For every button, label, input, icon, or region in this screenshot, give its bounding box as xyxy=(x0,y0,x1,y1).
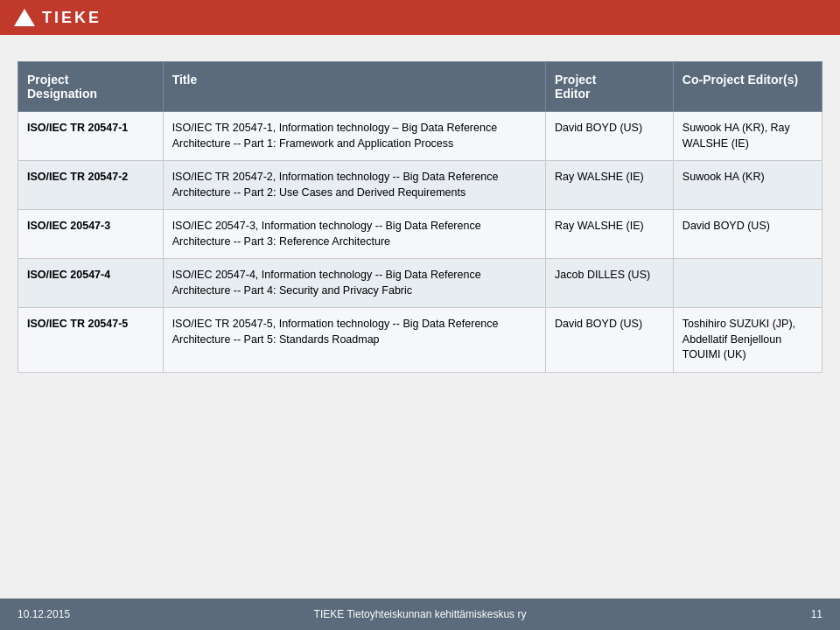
table-row: ISO/IEC 20547-4ISO/IEC 20547-4, Informat… xyxy=(18,259,822,308)
cell-designation: ISO/IEC TR 20547-2 xyxy=(18,161,164,210)
col-header-co-editor: Co-Project Editor(s) xyxy=(673,62,822,112)
cell-designation: ISO/IEC TR 20547-1 xyxy=(18,112,164,161)
footer-page: 11 xyxy=(811,608,822,620)
cell-editor: Ray WALSHE (IE) xyxy=(546,210,674,259)
cell-title: ISO/IEC TR 20547-1, Information technolo… xyxy=(163,112,545,161)
table-row: ISO/IEC TR 20547-5ISO/IEC TR 20547-5, In… xyxy=(18,308,822,373)
cell-editor: Ray WALSHE (IE) xyxy=(546,161,674,210)
main-content: Project Designation Title Project Editor… xyxy=(0,35,840,382)
col-header-designation: Project Designation xyxy=(18,62,164,112)
table-row: ISO/IEC 20547-3ISO/IEC 20547-3, Informat… xyxy=(18,210,822,259)
table-header-row: Project Designation Title Project Editor… xyxy=(18,62,822,112)
footer-center-text: TIEKE Tietoyhteiskunnan kehittämiskeskus… xyxy=(314,608,527,620)
cell-designation: ISO/IEC 20547-3 xyxy=(18,210,164,259)
logo-triangle-icon xyxy=(14,9,35,26)
logo-box: TIEKE xyxy=(14,9,102,27)
cell-title: ISO/IEC TR 20547-5, Information technolo… xyxy=(163,308,545,373)
cell-co-editor: Suwook HA (KR) xyxy=(673,161,822,210)
footer: 10.12.2015 TIEKE Tietoyhteiskunnan kehit… xyxy=(0,598,840,630)
cell-designation: ISO/IEC TR 20547-5 xyxy=(18,308,164,373)
cell-co-editor: David BOYD (US) xyxy=(673,210,822,259)
table-row: ISO/IEC TR 20547-2ISO/IEC TR 20547-2, In… xyxy=(18,161,822,210)
cell-editor: David BOYD (US) xyxy=(546,112,674,161)
cell-co-editor: Toshihiro SUZUKI (JP), Abdellatif Benjel… xyxy=(673,308,822,373)
cell-editor: David BOYD (US) xyxy=(546,308,674,373)
projects-table: Project Designation Title Project Editor… xyxy=(18,61,822,373)
table-row: ISO/IEC TR 20547-1ISO/IEC TR 20547-1, In… xyxy=(18,112,822,161)
footer-date: 10.12.2015 xyxy=(18,608,70,620)
cell-co-editor: Suwook HA (KR), Ray WALSHE (IE) xyxy=(673,112,822,161)
cell-title: ISO/IEC TR 20547-2, Information technolo… xyxy=(163,161,545,210)
cell-editor: Jacob DILLES (US) xyxy=(546,259,674,308)
col-header-editor: Project Editor xyxy=(546,62,674,112)
cell-title: ISO/IEC 20547-3, Information technology … xyxy=(163,210,545,259)
header: TIEKE xyxy=(0,0,840,35)
cell-co-editor xyxy=(673,259,822,308)
cell-title: ISO/IEC 20547-4, Information technology … xyxy=(163,259,545,308)
col-header-title: Title xyxy=(163,62,545,112)
cell-designation: ISO/IEC 20547-4 xyxy=(18,259,164,308)
brand-title: TIEKE xyxy=(42,9,102,27)
